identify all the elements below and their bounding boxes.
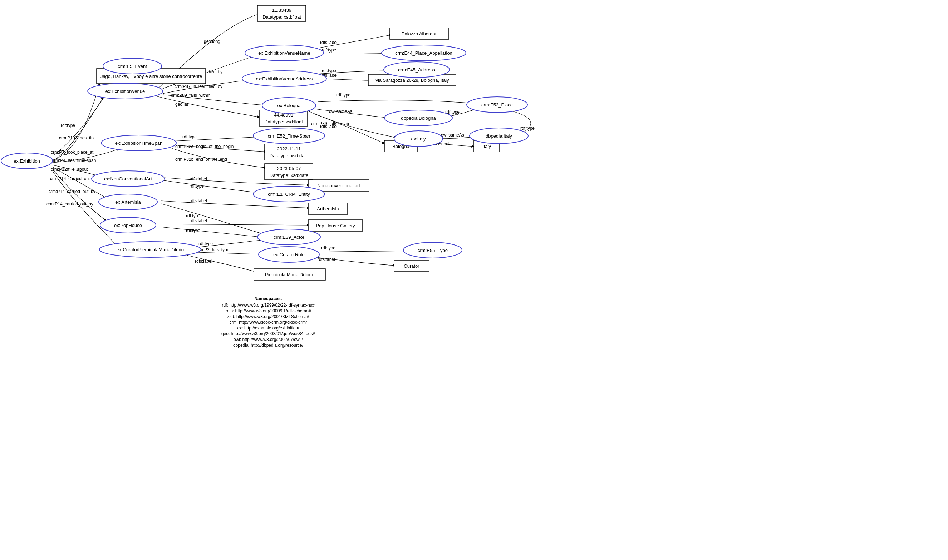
- node-pophousegallery: Pop House Gallery: [308, 220, 362, 231]
- node-ex-exhibitionvenue: ex:ExhibitionVenue: [88, 83, 163, 99]
- ns-rdfs: rdfs: http://www.w3.org/2000/01/rdf-sche…: [226, 308, 311, 314]
- edge-label-italy-sameas: owl:sameAs: [441, 132, 464, 138]
- node-palazzo-text: Palazzo Albergati: [402, 31, 438, 37]
- edge-label-venueaddress: crm:P87_is_identified_by: [174, 84, 222, 89]
- edge-label-timespan-end: crm:P82b_end_of_the_end: [175, 157, 227, 162]
- edge-label-bologna-type1: rdf:type: [336, 92, 350, 98]
- edge-label-timespan-begin: crm:P82a_begin_of_the_begin: [175, 144, 234, 149]
- ns-geo: geo: http://www.w3.org/2003/01/geo/wgs84…: [221, 331, 315, 336]
- edge-label-curator-rdflabel: rdfs:label: [195, 259, 213, 264]
- ns-rdf: rdf: http://www.w3.org/1999/02/22-rdf-sy…: [222, 303, 315, 308]
- node-crm-e55: crm:E55_Type: [403, 242, 462, 258]
- node-ex-venuename-text: ex:ExhibitionVenueName: [258, 51, 310, 56]
- edge-label-bologna-rdflabel: rdfs:label: [320, 124, 338, 129]
- ns-ex: ex: http://example.org/exhibition/: [237, 326, 299, 331]
- edge-label-curatorrole-label: rdfs:label: [318, 257, 335, 262]
- node-dbpedia-bologna-text: dbpedia:Bologna: [401, 115, 436, 121]
- node-ex-artemisia: ex:Artemisia: [99, 194, 157, 210]
- edge-label-nca-label: rdfs:label: [190, 177, 207, 182]
- node-curator-label-text: Curator: [404, 263, 419, 269]
- node-crm-e39: crm:E39_Actor: [257, 229, 321, 245]
- node-palazzo-albergati: Palazzo Albergati: [390, 28, 449, 39]
- node-ex-venueaddress: ex:ExhibitionVenueAddress: [242, 71, 327, 86]
- node-crm-e53: crm:E53_Place: [467, 97, 527, 112]
- node-crm-e45: crm:E45_Address: [384, 62, 450, 78]
- edge-label-tookplaceat: crm:P7_took_place_at: [51, 150, 94, 155]
- edge-label-pophouse-label: rdfs:label: [190, 218, 207, 223]
- edge-label-hastimespan: crm:P4_has_time-span: [52, 158, 96, 163]
- node-float44-text2: Datatype: xsd:float: [264, 119, 303, 125]
- edge-label-curatorrole-type: rdf:type: [321, 246, 335, 251]
- node-crm-e44-text: crm:E44_Place_Appellation: [395, 51, 452, 56]
- edge-label-carriedby-pophouse: crm:P14_carried_out_by: [49, 189, 96, 194]
- namespaces-block: Namespaces: rdf: http://www.w3.org/1999/…: [221, 296, 315, 348]
- node-ex-venueaddress-text: ex:ExhibitionVenueAddress: [256, 76, 313, 82]
- node-ex-exhibition-text: ex:Exhibition: [14, 158, 40, 164]
- node-ex-venuename: ex:ExhibitionVenueName: [245, 45, 324, 61]
- node-ex-italy: ex:Italy: [394, 131, 443, 146]
- edge-label-venuename-type: rdf:type: [322, 48, 336, 52]
- node-arthemisia: Arthemisia: [308, 203, 348, 214]
- node-ex-curatorrole-text: ex:CuratorRole: [273, 252, 304, 257]
- node-crm-e52: crm:E52_Time-Span: [253, 128, 325, 144]
- node-ex-bologna: ex:Bologna: [262, 98, 316, 113]
- edge-label-curator-type: rdf:type: [199, 241, 213, 246]
- edge-label-fallswithin: crm:P89_falls_within: [171, 93, 210, 98]
- node-date2023-text2: Datatype: xsd:date: [270, 172, 308, 178]
- node-crm-e1-text: crm:E1_CRM_Entity: [268, 192, 310, 197]
- node-ex-italy-text: ex:Italy: [411, 136, 426, 142]
- node-dbpedia-italy-text: dbpedia:Italy: [486, 133, 512, 138]
- edge-label-bologna-sameas: owl:sameAs: [329, 109, 352, 114]
- node-crm-e53-text: crm:E53_Place: [481, 102, 513, 108]
- node-ex-curator: ex:CuratorPiernicolaMariaDiIorio: [99, 242, 201, 257]
- node-ex-bologna-text: ex:Bologna: [277, 103, 301, 108]
- edge-label-venuename-label: rdfs:label: [320, 40, 338, 45]
- ns-dbpedia: dbpedia: http://dbpedia.org/resource/: [233, 343, 304, 348]
- node-piernicola-label: Piernicola Maria Di Iorio: [254, 269, 325, 280]
- node-float11-text1: 11.33439: [272, 8, 291, 13]
- node-crm-e5-text: crm:E5_Event: [118, 64, 147, 69]
- node-ex-nca-text: ex:NonConventionalArt: [104, 176, 152, 182]
- node-crm-e44: crm:E44_Place_Appellation: [382, 45, 466, 61]
- edge-label-artemisia-type: rdf:type: [186, 213, 200, 218]
- edge-label-carriedby-curator: crm:P14_carried_out_by: [46, 202, 93, 206]
- node-arthemisia-text: Arthemisia: [317, 206, 339, 212]
- ns-xsd: xsd: http://www.w3.org/2001/XMLSchema#: [227, 314, 309, 319]
- node-piernicola-label-text: Piernicola Maria Di Iorio: [265, 272, 314, 277]
- node-italy-label-text: Italy: [482, 144, 491, 149]
- node-date2022-text1: 2022-11-11: [277, 146, 301, 152]
- node-ex-curatorrole: ex:CuratorRole: [259, 246, 319, 262]
- node-crm-e52-text: crm:E52_Time-Span: [268, 133, 310, 138]
- node-ex-exhibition: ex:Exhibition: [1, 153, 52, 169]
- node-dbpedia-bologna: dbpedia:Bologna: [384, 110, 452, 126]
- node-ex-nca: ex:NonConventionalArt: [91, 171, 165, 186]
- node-date2023-text1: 2023-05-07: [277, 166, 301, 171]
- node-via-text: via Saragozza 26-28, Bologna, Italy: [376, 78, 449, 83]
- node-pophousegallery-text: Pop House Gallery: [316, 223, 355, 228]
- edge-label-timespan-type: rdf:type: [182, 134, 197, 139]
- node-date2022-text2: Datatype: xsd:date: [270, 153, 308, 158]
- node-ex-pophouse-text: ex:PopHouse: [114, 223, 142, 228]
- node-date2022: 2022-11-11 Datatype: xsd:date: [265, 144, 313, 160]
- node-dbpedia-italy: dbpedia:Italy: [470, 128, 528, 144]
- ns-owl: owl: http://www.w3.org/2002/07/owl#: [234, 337, 303, 342]
- edge-label-nca-type: rdf:type: [190, 184, 204, 189]
- edge-label-carriedby-artemisia: crm:P14_carried_out_by: [50, 176, 97, 181]
- node-crm-e5-event: crm:E5_Event: [103, 58, 162, 74]
- node-ex-pophouse: ex:PopHouse: [100, 217, 156, 233]
- edge-label-venueaddress-type: rdf:type: [322, 68, 336, 73]
- node-date2023: 2023-05-07 Datatype: xsd:date: [265, 164, 313, 180]
- node-crm-e55-text: crm:E55_Type: [418, 248, 448, 253]
- node-ex-exhibitiontimespan: ex:ExhibitionTimeSpan: [101, 135, 176, 151]
- graph-container: rdf:type crm:P102_has_title crm:P7_took_…: [0, 0, 948, 560]
- node-crm-e1: crm:E1_CRM_Entity: [253, 186, 325, 202]
- edge-label-dbpediaitaly-type: rdf:type: [520, 126, 535, 131]
- node-float11: 11.33439 Datatype: xsd:float: [257, 5, 306, 22]
- node-crm-e39-text: crm:E39_Actor: [274, 234, 305, 240]
- node-nca-text: Non-conventional art: [317, 183, 360, 188]
- node-float11-text2: Datatype: xsd:float: [262, 14, 301, 20]
- node-crm-e45-text: crm:E45_Address: [398, 67, 435, 72]
- edge-label-artemisia-label: rdfs:label: [190, 198, 207, 203]
- edge-label-geolong: geo:long: [204, 39, 220, 44]
- edge-label-pophouse-type: rdf:type: [186, 228, 200, 233]
